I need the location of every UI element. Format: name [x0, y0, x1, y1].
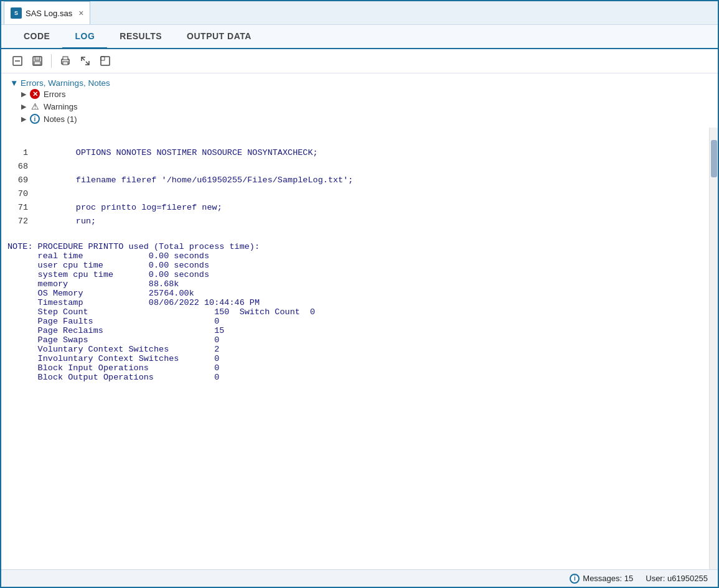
note-line-11: Voluntary Context Switches 2	[1, 345, 709, 354]
nav-tabs: CODE LOG RESULTS OUTPUT DATA	[1, 25, 718, 49]
warnings-arrow: ▶	[21, 103, 26, 111]
log-line-72: 72 run;	[1, 215, 709, 228]
filter-errors[interactable]: ▶ ✕ Errors	[10, 88, 709, 100]
line-content: run;	[35, 215, 96, 228]
line-content: filename fileref '/home/u61950255/Files/…	[35, 174, 353, 187]
messages-label: Messages: 15	[583, 574, 633, 583]
warnings-label: Warnings	[44, 102, 77, 111]
note-line-14: Block Output Operations 0	[1, 373, 709, 382]
restore-button[interactable]	[77, 53, 94, 69]
note-line-2: user cpu time 0.00 seconds	[1, 261, 709, 270]
filter-notes[interactable]: ▶ i Notes (1)	[10, 113, 709, 125]
tab-close-button[interactable]: ×	[78, 8, 83, 18]
note-line-12: Involuntary Context Switches 0	[1, 354, 709, 363]
scrollbar-thumb[interactable]	[711, 140, 717, 177]
note-line-3: system cpu time 0.00 seconds	[1, 270, 709, 279]
app-window: S SAS Log.sas × CODE LOG RESULTS OUTPUT …	[0, 0, 719, 588]
tab-log[interactable]: LOG	[62, 25, 107, 49]
filter-warnings[interactable]: ▶ ⚠ Warnings	[10, 100, 709, 113]
note-line-10: Page Swaps 0	[1, 335, 709, 345]
line-number: 71	[1, 201, 35, 215]
warning-icon: ⚠	[30, 101, 40, 111]
line-number: 69	[1, 174, 35, 187]
log-line-70: 70	[1, 187, 709, 201]
line-number: 1	[1, 146, 35, 160]
toolbar-separator	[51, 54, 52, 68]
note-line-9: Page Reclaims 15	[1, 326, 709, 335]
status-info-icon: i	[570, 574, 580, 584]
note-line-13: Block Input Operations 0	[1, 363, 709, 373]
error-icon: ✕	[30, 89, 40, 99]
print-button[interactable]	[57, 53, 74, 69]
line-number: 68	[1, 160, 35, 174]
tab-code[interactable]: CODE	[11, 25, 62, 49]
svg-rect-3	[35, 57, 40, 60]
note-line-1: real time 0.00 seconds	[1, 251, 709, 261]
user-label: User: u61950255	[646, 574, 708, 583]
note-line-7: Step Count 150 Switch Count 0	[1, 307, 709, 317]
filter-section: ▼ Errors, Warnings, Notes ▶ ✕ Errors ▶ ⚠…	[1, 73, 718, 128]
svg-rect-4	[34, 62, 40, 65]
notes-info-icon: i	[30, 114, 40, 124]
note-line-6: Timestamp 08/06/2022 10:44:46 PM	[1, 298, 709, 307]
status-bar: i Messages: 15 User: u61950255	[1, 569, 718, 587]
scrollbar-track[interactable]	[709, 128, 718, 569]
tab-output-data[interactable]: OUTPUT DATA	[174, 25, 264, 49]
notes-label: Notes (1)	[44, 114, 77, 124]
title-tab[interactable]: S SAS Log.sas ×	[4, 1, 90, 24]
note-line-5: OS Memory 25764.00k	[1, 289, 709, 298]
title-bar: S SAS Log.sas ×	[1, 1, 718, 25]
maximize-button[interactable]	[96, 53, 114, 69]
save-button[interactable]	[29, 53, 46, 69]
line-number: 70	[1, 187, 35, 201]
log-line-68: 68	[1, 160, 709, 174]
log-line-69: 69 filename fileref '/home/u61950255/Fil…	[1, 174, 709, 187]
note-line-8: Page Faults 0	[1, 317, 709, 326]
main-content: 1 OPTIONS NONOTES NOSTIMER NOSOURCE NOSY…	[1, 128, 718, 569]
clear-log-button[interactable]	[9, 53, 26, 69]
tab-label: SAS Log.sas	[26, 9, 72, 18]
status-messages: i Messages: 15	[570, 574, 633, 584]
line-content: OPTIONS NONOTES NOSTIMER NOSOURCE NOSYNT…	[35, 146, 318, 160]
errors-arrow: ▶	[21, 90, 26, 98]
log-line-1: 1 OPTIONS NONOTES NOSTIMER NOSOURCE NOSY…	[1, 146, 709, 160]
log-line-71: 71 proc printto log=fileref new;	[1, 201, 709, 215]
line-content: proc printto log=fileref new;	[35, 201, 222, 215]
tab-results[interactable]: RESULTS	[107, 25, 174, 49]
filter-toggle[interactable]: ▼ Errors, Warnings, Notes	[10, 78, 709, 88]
errors-label: Errors	[44, 90, 65, 99]
svg-rect-7	[63, 57, 68, 60]
svg-rect-6	[63, 62, 68, 65]
notes-arrow: ▶	[21, 115, 26, 123]
log-area[interactable]: 1 OPTIONS NONOTES NOSTIMER NOSOURCE NOSY…	[1, 128, 709, 569]
svg-rect-10	[101, 57, 110, 65]
note-line-0: NOTE: PROCEDURE PRINTTO used (Total proc…	[1, 242, 709, 251]
tab-icon: S	[11, 7, 22, 19]
note-line-4: memory 88.68k	[1, 279, 709, 289]
line-number: 72	[1, 215, 35, 228]
toolbar	[1, 49, 718, 73]
